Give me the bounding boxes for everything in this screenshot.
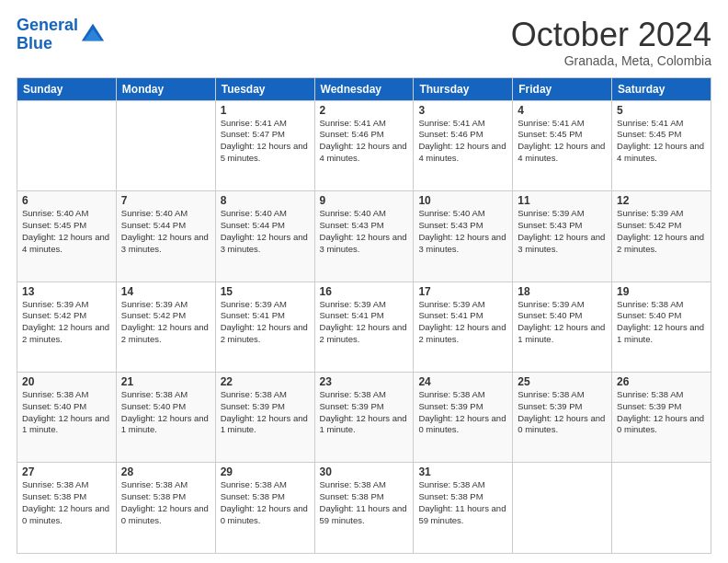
day-detail: Sunrise: 5:41 AM Sunset: 5:46 PM Dayligh… [320,118,409,165]
day-number: 2 [320,104,409,117]
day-number: 4 [518,104,607,117]
day-detail: Sunrise: 5:38 AM Sunset: 5:38 PM Dayligh… [22,479,111,526]
calendar-cell [612,463,711,554]
calendar-cell [513,463,612,554]
day-number: 22 [221,375,310,388]
day-number: 23 [320,375,409,388]
day-number: 17 [418,285,507,298]
day-number: 3 [418,104,507,117]
day-number: 13 [22,285,111,298]
day-detail: Sunrise: 5:40 AM Sunset: 5:43 PM Dayligh… [418,208,507,255]
calendar-cell: 4Sunrise: 5:41 AM Sunset: 5:45 PM Daylig… [513,100,612,190]
month-title: October 2024 [511,17,711,53]
calendar-cell: 27Sunrise: 5:38 AM Sunset: 5:38 PM Dayli… [17,463,117,554]
day-number: 19 [617,285,706,298]
location: Granada, Meta, Colombia [511,53,711,68]
day-number: 31 [418,465,507,478]
day-detail: Sunrise: 5:38 AM Sunset: 5:39 PM Dayligh… [617,389,706,436]
calendar-table: SundayMondayTuesdayWednesdayThursdayFrid… [17,77,711,554]
calendar-cell: 2Sunrise: 5:41 AM Sunset: 5:46 PM Daylig… [314,100,414,190]
day-detail: Sunrise: 5:38 AM Sunset: 5:39 PM Dayligh… [320,389,409,436]
calendar-cell: 20Sunrise: 5:38 AM Sunset: 5:40 PM Dayli… [17,373,117,463]
calendar-header-row: SundayMondayTuesdayWednesdayThursdayFrid… [17,77,711,100]
calendar-cell: 1Sunrise: 5:41 AM Sunset: 5:47 PM Daylig… [215,100,314,190]
day-number: 6 [22,194,111,207]
calendar-cell: 23Sunrise: 5:38 AM Sunset: 5:39 PM Dayli… [314,373,414,463]
calendar-cell: 18Sunrise: 5:39 AM Sunset: 5:40 PM Dayli… [513,282,612,372]
day-detail: Sunrise: 5:39 AM Sunset: 5:42 PM Dayligh… [617,208,706,255]
day-detail: Sunrise: 5:41 AM Sunset: 5:45 PM Dayligh… [518,118,607,165]
day-number: 14 [121,285,210,298]
day-detail: Sunrise: 5:39 AM Sunset: 5:40 PM Dayligh… [518,299,607,346]
day-detail: Sunrise: 5:39 AM Sunset: 5:41 PM Dayligh… [221,299,310,346]
day-detail: Sunrise: 5:40 AM Sunset: 5:45 PM Dayligh… [22,208,111,255]
day-number: 24 [418,375,507,388]
calendar-cell: 11Sunrise: 5:39 AM Sunset: 5:43 PM Dayli… [513,191,612,282]
calendar-cell: 26Sunrise: 5:38 AM Sunset: 5:39 PM Dayli… [612,373,711,463]
day-number: 5 [617,104,706,117]
calendar-cell: 15Sunrise: 5:39 AM Sunset: 5:41 PM Dayli… [215,282,314,372]
calendar-week-3: 20Sunrise: 5:38 AM Sunset: 5:40 PM Dayli… [17,373,711,463]
day-number: 20 [22,375,111,388]
day-detail: Sunrise: 5:40 AM Sunset: 5:44 PM Dayligh… [121,208,210,255]
day-detail: Sunrise: 5:38 AM Sunset: 5:40 PM Dayligh… [22,389,111,436]
col-header-sunday: Sunday [17,77,117,100]
day-number: 8 [221,194,310,207]
day-detail: Sunrise: 5:39 AM Sunset: 5:42 PM Dayligh… [121,299,210,346]
header: General Blue October 2024 Granada, Meta,… [17,17,711,68]
calendar-week-1: 6Sunrise: 5:40 AM Sunset: 5:45 PM Daylig… [17,191,711,282]
logo-line1: General [17,16,78,34]
calendar-cell: 5Sunrise: 5:41 AM Sunset: 5:45 PM Daylig… [612,100,711,190]
day-detail: Sunrise: 5:41 AM Sunset: 5:46 PM Dayligh… [418,118,507,165]
day-detail: Sunrise: 5:38 AM Sunset: 5:40 PM Dayligh… [121,389,210,436]
calendar-week-4: 27Sunrise: 5:38 AM Sunset: 5:38 PM Dayli… [17,463,711,554]
day-number: 21 [121,375,210,388]
day-detail: Sunrise: 5:41 AM Sunset: 5:45 PM Dayligh… [617,118,706,165]
day-detail: Sunrise: 5:38 AM Sunset: 5:39 PM Dayligh… [518,389,607,436]
day-detail: Sunrise: 5:39 AM Sunset: 5:43 PM Dayligh… [518,208,607,255]
calendar-cell: 28Sunrise: 5:38 AM Sunset: 5:38 PM Dayli… [116,463,215,554]
logo: General Blue [17,17,106,53]
day-number: 30 [320,465,409,478]
day-detail: Sunrise: 5:38 AM Sunset: 5:38 PM Dayligh… [320,479,409,526]
logo-text: General Blue [17,17,78,53]
day-detail: Sunrise: 5:38 AM Sunset: 5:38 PM Dayligh… [121,479,210,526]
day-detail: Sunrise: 5:38 AM Sunset: 5:40 PM Dayligh… [617,299,706,346]
calendar-cell: 16Sunrise: 5:39 AM Sunset: 5:41 PM Dayli… [314,282,414,372]
day-number: 10 [418,194,507,207]
day-number: 1 [221,104,310,117]
day-number: 12 [617,194,706,207]
calendar-cell: 8Sunrise: 5:40 AM Sunset: 5:44 PM Daylig… [215,191,314,282]
day-detail: Sunrise: 5:38 AM Sunset: 5:38 PM Dayligh… [418,479,507,526]
day-detail: Sunrise: 5:41 AM Sunset: 5:47 PM Dayligh… [221,118,310,165]
col-header-wednesday: Wednesday [314,77,414,100]
day-detail: Sunrise: 5:39 AM Sunset: 5:41 PM Dayligh… [320,299,409,346]
day-number: 15 [221,285,310,298]
calendar-cell: 29Sunrise: 5:38 AM Sunset: 5:38 PM Dayli… [215,463,314,554]
col-header-thursday: Thursday [414,77,513,100]
col-header-friday: Friday [513,77,612,100]
calendar-week-0: 1Sunrise: 5:41 AM Sunset: 5:47 PM Daylig… [17,100,711,190]
calendar-cell: 10Sunrise: 5:40 AM Sunset: 5:43 PM Dayli… [414,191,513,282]
day-detail: Sunrise: 5:38 AM Sunset: 5:39 PM Dayligh… [418,389,507,436]
day-detail: Sunrise: 5:38 AM Sunset: 5:39 PM Dayligh… [221,389,310,436]
day-number: 26 [617,375,706,388]
calendar-week-2: 13Sunrise: 5:39 AM Sunset: 5:42 PM Dayli… [17,282,711,372]
day-number: 18 [518,285,607,298]
calendar-cell [17,100,117,190]
day-detail: Sunrise: 5:40 AM Sunset: 5:43 PM Dayligh… [320,208,409,255]
calendar-cell: 3Sunrise: 5:41 AM Sunset: 5:46 PM Daylig… [414,100,513,190]
calendar-cell: 21Sunrise: 5:38 AM Sunset: 5:40 PM Dayli… [116,373,215,463]
day-number: 9 [320,194,409,207]
calendar-cell: 6Sunrise: 5:40 AM Sunset: 5:45 PM Daylig… [17,191,117,282]
logo-icon [80,22,106,48]
calendar-cell: 24Sunrise: 5:38 AM Sunset: 5:39 PM Dayli… [414,373,513,463]
calendar-cell: 22Sunrise: 5:38 AM Sunset: 5:39 PM Dayli… [215,373,314,463]
calendar-cell: 31Sunrise: 5:38 AM Sunset: 5:38 PM Dayli… [414,463,513,554]
day-number: 29 [221,465,310,478]
day-number: 7 [121,194,210,207]
calendar-cell: 30Sunrise: 5:38 AM Sunset: 5:38 PM Dayli… [314,463,414,554]
calendar-cell: 12Sunrise: 5:39 AM Sunset: 5:42 PM Dayli… [612,191,711,282]
day-number: 16 [320,285,409,298]
day-number: 28 [121,465,210,478]
